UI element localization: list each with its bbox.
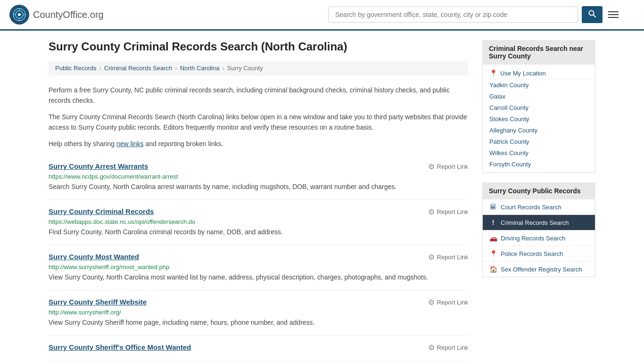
header: CountyOffice.org xyxy=(0,0,644,31)
nearby-county-link[interactable]: Stokes County xyxy=(489,115,529,123)
report-icon: ⚙ xyxy=(428,298,435,307)
list-item: ! Criminal Records Search xyxy=(483,215,595,230)
description-para3: Help others by sharing new links and rep… xyxy=(49,139,468,149)
list-item: Yadkin County xyxy=(483,79,595,90)
report-link[interactable]: ⚙ Report Link xyxy=(428,253,468,262)
nearby-county-link[interactable]: Patrick County xyxy=(489,138,529,145)
list-item: 🏛 Court Records Search xyxy=(483,199,595,215)
result-item: Surry County Sheriff's Office Most Wante… xyxy=(49,336,468,362)
result-url[interactable]: http://www.surrysheriff.org/most_wanted.… xyxy=(49,263,468,271)
public-records-list: 🏛 Court Records Search ! Criminal Record… xyxy=(482,199,595,277)
driving-records-link[interactable]: 🚗 Driving Records Search xyxy=(483,230,595,246)
svg-point-2 xyxy=(18,13,21,16)
result-url[interactable]: https://www.ncdps.gov/document/warrant-a… xyxy=(49,173,468,180)
court-icon: 🏛 xyxy=(489,203,497,211)
page-title: Surry County Criminal Records Search (No… xyxy=(49,40,468,53)
logo-suffix: .org xyxy=(87,9,103,20)
result-title[interactable]: Surry County Criminal Records xyxy=(49,207,154,215)
pin-icon: 📍 xyxy=(489,250,497,257)
exclamation-icon: ! xyxy=(489,219,497,226)
public-records-title: Surry County Public Records xyxy=(482,182,595,199)
result-title[interactable]: Surry County Arrest Warrants xyxy=(49,162,148,170)
report-link[interactable]: ⚙ Report Link xyxy=(428,207,468,216)
result-desc: Find Surry County, North Carolina crimin… xyxy=(49,227,468,237)
list-item: 🚗 Driving Records Search xyxy=(483,230,595,246)
use-location-link[interactable]: Use My Location xyxy=(500,70,546,77)
list-item: Wilkes County xyxy=(483,147,595,158)
report-icon: ⚙ xyxy=(428,343,435,352)
result-desc: Search Surry County, North Carolina arre… xyxy=(49,182,468,192)
sidebar: Criminal Records Search near Surry Count… xyxy=(482,40,595,362)
public-records-section: Surry County Public Records 🏛 Court Reco… xyxy=(482,182,595,277)
breadcrumb-criminal-records[interactable]: Criminal Records Search xyxy=(104,65,173,72)
report-link[interactable]: ⚙ Report Link xyxy=(428,343,468,352)
logo-text[interactable]: CountyOffice.org xyxy=(33,9,104,20)
nearby-county-link[interactable]: Yadkin County xyxy=(489,82,529,89)
police-records-link[interactable]: 📍 Police Records Search xyxy=(483,246,595,261)
logo-name: CountyOffice xyxy=(33,9,87,20)
list-item: Galax xyxy=(483,90,595,102)
result-item: Surry County Arrest Warrants ⚙ Report Li… xyxy=(49,155,468,200)
car-icon: 🚗 xyxy=(489,234,497,242)
search-input[interactable] xyxy=(328,7,578,23)
svg-line-8 xyxy=(594,15,596,17)
report-link[interactable]: ⚙ Report Link xyxy=(428,298,468,307)
nearby-county-link[interactable]: Carroll County xyxy=(489,104,528,111)
breadcrumb-surry-county: Surry County xyxy=(227,65,263,72)
description-para1: Perform a free Surry County, NC public c… xyxy=(49,85,468,106)
logo-icon xyxy=(9,5,29,25)
criminal-records-link[interactable]: ! Criminal Records Search xyxy=(483,215,595,230)
court-records-link[interactable]: 🏛 Court Records Search xyxy=(483,199,595,214)
menu-button[interactable] xyxy=(606,9,620,20)
logo-area: CountyOffice.org xyxy=(9,5,104,25)
report-icon: ⚙ xyxy=(428,253,435,262)
page-container: Surry County Criminal Records Search (No… xyxy=(39,31,605,362)
nearby-list: 📍 Use My Location Yadkin County Galax Ca… xyxy=(482,65,595,173)
list-item: Stokes County xyxy=(483,113,595,124)
nearby-county-link[interactable]: Wilkes County xyxy=(489,149,528,156)
search-area xyxy=(328,6,620,23)
report-icon: ⚙ xyxy=(428,207,435,216)
location-pin-icon: 📍 xyxy=(489,69,497,77)
home-icon: 🏠 xyxy=(489,265,497,273)
nearby-county-link[interactable]: Forsyth County xyxy=(489,161,531,168)
nearby-county-link[interactable]: Galax xyxy=(489,93,505,100)
report-link[interactable]: ⚙ Report Link xyxy=(428,162,468,171)
result-item: Surry County Sheriff Website ⚙ Report Li… xyxy=(49,290,468,336)
main-content: Surry County Criminal Records Search (No… xyxy=(49,40,468,362)
list-item: Carroll County xyxy=(483,102,595,113)
nearby-title: Criminal Records Search near Surry Count… xyxy=(482,40,595,65)
list-item: 📍 Police Records Search xyxy=(483,246,595,262)
new-links-link[interactable]: new links xyxy=(116,140,144,148)
result-url[interactable]: https://webapps.doc.state.nc.us/opi/offe… xyxy=(49,218,468,225)
result-item: Surry County Most Wanted ⚙ Report Link h… xyxy=(49,245,468,290)
report-icon: ⚙ xyxy=(428,162,435,171)
list-item: Forsyth County xyxy=(483,158,595,170)
breadcrumb-public-records[interactable]: Public Records xyxy=(55,65,96,72)
list-item: 🏠 Sex Offender Registry Search xyxy=(483,262,595,277)
result-desc: View Surry County Sheriff home page, inc… xyxy=(49,318,468,328)
result-url[interactable]: http://www.surrysheriff.org/ xyxy=(49,309,468,316)
result-item: Surry County Criminal Records ⚙ Report L… xyxy=(49,200,468,245)
result-title[interactable]: Surry County Most Wanted xyxy=(49,253,139,261)
breadcrumb-north-carolina[interactable]: North Carolina xyxy=(180,65,220,72)
results-list: Surry County Arrest Warrants ⚙ Report Li… xyxy=(49,155,468,362)
sex-offender-link[interactable]: 🏠 Sex Offender Registry Search xyxy=(483,262,595,277)
result-desc: View Surry County, North Carolina most w… xyxy=(49,272,468,282)
description-para2: The Surry County Criminal Records Search… xyxy=(49,112,468,133)
result-title[interactable]: Surry County Sheriff Website xyxy=(49,298,147,306)
list-item: Patrick County xyxy=(483,136,595,147)
nearby-county-link[interactable]: Alleghany County xyxy=(489,127,537,134)
result-title[interactable]: Surry County Sheriff's Office Most Wante… xyxy=(49,343,191,351)
nearby-section: Criminal Records Search near Surry Count… xyxy=(482,40,595,173)
search-button[interactable] xyxy=(582,6,603,23)
use-location-item: 📍 Use My Location xyxy=(483,67,595,79)
list-item: Alleghany County xyxy=(483,124,595,136)
breadcrumb: Public Records › Criminal Records Search… xyxy=(49,61,468,75)
